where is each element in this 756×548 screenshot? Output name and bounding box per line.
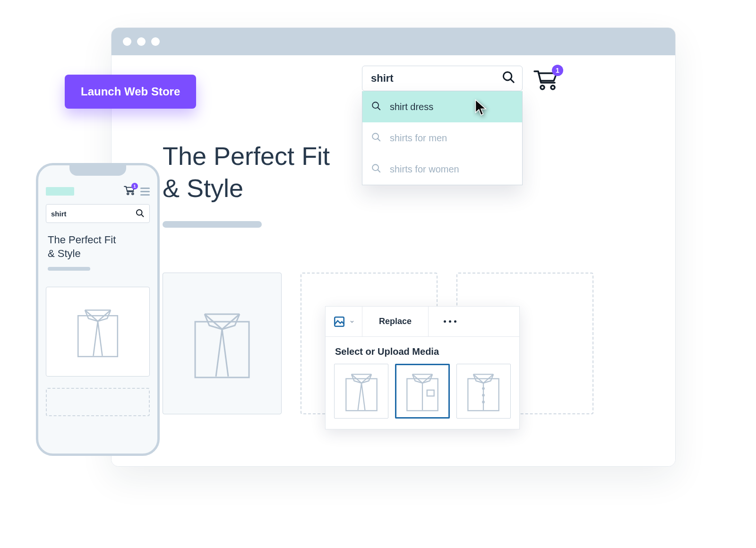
search-icon <box>371 101 381 113</box>
svg-point-12 <box>127 193 129 195</box>
hero-underline <box>48 267 90 271</box>
replace-label: Replace <box>379 317 412 326</box>
shirt-buttons-icon <box>463 369 504 413</box>
media-thumbnails <box>326 361 519 429</box>
more-button[interactable] <box>429 307 471 336</box>
window-dot <box>123 37 131 46</box>
hero-section: The Perfect Fit & Style <box>163 140 418 228</box>
hero-underline <box>163 221 262 228</box>
phone-topbar: 1 <box>46 185 150 197</box>
search-input-value: shirt <box>51 210 67 218</box>
phone-notch <box>69 164 126 176</box>
hero-title-line: & Style <box>163 174 243 202</box>
search-input[interactable]: shirt <box>362 66 523 91</box>
hero-title-line: The Perfect Fit <box>48 234 116 246</box>
media-thumb[interactable] <box>456 364 511 419</box>
shirt-tie-icon <box>72 303 124 360</box>
media-panel: Replace Select or Upload Media <box>325 306 520 429</box>
window-dot <box>151 37 160 46</box>
media-thumb[interactable] <box>395 364 449 419</box>
media-type-dropdown[interactable] <box>326 307 362 336</box>
svg-point-8 <box>541 86 544 89</box>
svg-line-15 <box>141 214 143 216</box>
shirt-tie-icon <box>187 306 258 381</box>
hero-title: The Perfect Fit & Style <box>163 140 418 204</box>
product-card[interactable] <box>163 273 282 414</box>
menu-icon[interactable] <box>140 188 150 196</box>
media-toolbar: Replace <box>326 307 519 337</box>
media-thumb[interactable] <box>334 364 388 419</box>
cart-count-badge: 1 <box>552 65 563 76</box>
hero-title: The Perfect Fit & Style <box>48 233 148 260</box>
more-icon <box>444 320 456 323</box>
image-icon <box>333 316 345 328</box>
media-panel-title: Select or Upload Media <box>326 337 519 361</box>
suggestion-label: shirt dress <box>390 102 433 112</box>
svg-point-9 <box>551 86 555 89</box>
launch-button-label: Launch Web Store <box>81 85 180 98</box>
browser-titlebar <box>112 28 675 55</box>
hero-section: The Perfect Fit & Style <box>46 233 150 271</box>
cart-button[interactable]: 1 <box>533 68 558 93</box>
launch-web-store-button[interactable]: Launch Web Store <box>65 75 196 109</box>
search-icon <box>135 208 145 219</box>
hero-title-line: & Style <box>48 248 81 259</box>
brand-chip <box>46 187 74 196</box>
search-input[interactable]: shirt <box>46 204 150 223</box>
replace-button[interactable]: Replace <box>362 307 429 336</box>
empty-product-slot[interactable] <box>46 388 150 416</box>
search-input-value: shirt <box>371 72 394 85</box>
hero-title-line: The Perfect Fit <box>163 142 330 170</box>
svg-rect-23 <box>427 390 434 396</box>
search-suggestion[interactable]: shirt dress <box>362 91 522 122</box>
svg-line-1 <box>511 79 514 83</box>
cart-count-badge: 1 <box>131 183 138 189</box>
svg-point-13 <box>132 193 134 195</box>
product-card[interactable] <box>46 287 150 377</box>
svg-line-3 <box>378 107 380 110</box>
chevron-down-icon <box>349 319 355 325</box>
shirt-tie-icon <box>341 369 382 413</box>
search-icon <box>501 70 515 87</box>
window-dot <box>137 37 146 46</box>
shirt-pocket-icon <box>402 369 443 413</box>
phone-mockup: 1 shirt The Perfect Fit & Style <box>36 163 160 456</box>
cart-button[interactable]: 1 <box>123 185 136 197</box>
